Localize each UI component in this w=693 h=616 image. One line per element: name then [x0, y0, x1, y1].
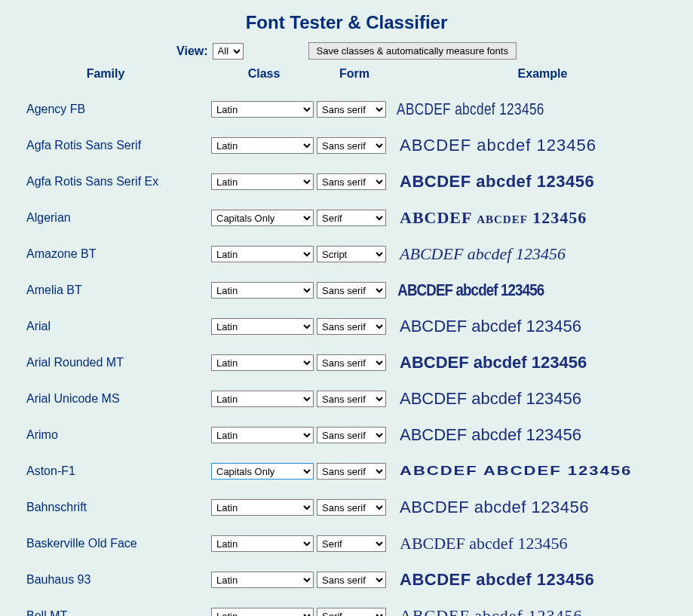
class-select[interactable]: Latin [211, 499, 314, 516]
font-family-name: Algerian [0, 211, 211, 225]
form-select[interactable]: Sans serif [317, 427, 386, 443]
font-sample: ABCDEF abcdef 123456 [386, 389, 693, 409]
form-select[interactable]: Sans serif [317, 173, 386, 190]
page-title: Font Tester & Classifier [0, 12, 693, 33]
class-select[interactable]: Latin [211, 318, 314, 335]
font-sample: ABCDEF abcdef 123456 [386, 172, 693, 192]
font-family-name: Amazone BT [0, 247, 211, 261]
class-select[interactable]: Latin [211, 427, 314, 443]
font-sample: ABCDEF abcdef 123456 [386, 100, 625, 119]
font-family-name: Agency FB [0, 103, 211, 116]
controls-bar: View: All Save classes & automatically m… [0, 42, 693, 60]
font-family-name: Bell MT [0, 609, 211, 616]
table-row: Bauhaus 93LatinSans serifABCDEF abcdef 1… [0, 562, 693, 598]
font-sample: ABCDEF abcdef 123456 [386, 425, 693, 445]
form-select[interactable]: Serif [317, 210, 386, 226]
font-family-name: Agfa Rotis Sans Serif [0, 139, 211, 152]
class-select[interactable]: Latin [211, 391, 314, 407]
font-sample: ABCDEF abcdef 123456 [386, 280, 647, 300]
font-sample: ABCDEF abcdef 123456 [386, 464, 693, 479]
form-select[interactable]: Sans serif [317, 391, 386, 407]
header-example: Example [392, 67, 693, 81]
table-row: Aston-F1Capitals OnlySans serifABCDEF ab… [0, 453, 693, 489]
font-family-name: Bauhaus 93 [0, 573, 211, 587]
form-select[interactable]: Sans serif [317, 572, 386, 588]
header-class: Class [211, 67, 317, 81]
form-select[interactable]: Serif [317, 608, 386, 616]
table-row: AlgerianCapitals OnlySerifABCDEF abcdef … [0, 200, 693, 236]
table-row: Agency FBLatinSans serifABCDEF abcdef 12… [0, 91, 693, 127]
font-sample: ABCDEF abcdef 123456 [386, 606, 693, 616]
table-row: Amazone BTLatinScriptABCDEF abcdef 12345… [0, 236, 693, 272]
table-header: Family Class Form Example [0, 67, 693, 81]
header-form: Form [317, 67, 392, 81]
table-row: Agfa Rotis Sans SerifLatinSans serifABCD… [0, 127, 693, 164]
font-family-name: Baskerville Old Face [0, 537, 211, 550]
form-select[interactable]: Sans serif [317, 354, 386, 371]
class-select[interactable]: Latin [211, 173, 314, 190]
form-select[interactable]: Sans serif [317, 463, 386, 480]
form-select[interactable]: Script [317, 246, 386, 262]
class-select[interactable]: Latin [211, 101, 314, 118]
class-select[interactable]: Latin [211, 535, 314, 552]
class-select[interactable]: Capitals Only [211, 463, 314, 480]
font-family-name: Bahnschrift [0, 501, 211, 514]
class-select[interactable]: Capitals Only [211, 210, 314, 226]
form-select[interactable]: Sans serif [317, 282, 386, 299]
font-family-name: Amelia BT [0, 283, 211, 297]
font-sample: ABCDEF abcdef 123456 [386, 317, 693, 336]
font-sample: ABCDEF abcdef 123456 [386, 136, 693, 155]
table-row: ArialLatinSans serifABCDEF abcdef 123456 [0, 308, 693, 345]
class-select[interactable]: Latin [211, 137, 314, 154]
table-row: Baskerville Old FaceLatinSerifABCDEF abc… [0, 526, 693, 562]
table-row: Arial Unicode MSLatinSans serifABCDEF ab… [0, 381, 693, 417]
font-sample: ABCDEF abcdef 123456 [386, 353, 693, 372]
class-select[interactable]: Latin [211, 608, 314, 616]
font-sample: ABCDEF abcdef 123456 [386, 534, 693, 553]
font-sample: ABCDEF abcdef 123456 [386, 498, 693, 517]
form-select[interactable]: Sans serif [317, 318, 386, 335]
font-sample: ABCDEF abcdef 123456 [386, 570, 693, 590]
table-row: Bell MTLatinSerifABCDEF abcdef 123456 [0, 598, 693, 616]
font-family-name: Arial [0, 320, 211, 333]
font-family-name: Arial Unicode MS [0, 392, 211, 406]
form-select[interactable]: Sans serif [317, 137, 386, 154]
font-family-name: Arimo [0, 428, 211, 442]
table-row: Arial Rounded MTLatinSans serifABCDEF ab… [0, 345, 693, 381]
font-rows: Agency FBLatinSans serifABCDEF abcdef 12… [0, 91, 693, 616]
font-family-name: Arial Rounded MT [0, 356, 211, 369]
font-family-name: Aston-F1 [0, 464, 211, 478]
font-sample: ABCDEF abcdef 123456 [386, 244, 693, 264]
class-select[interactable]: Latin [211, 354, 314, 371]
class-select[interactable]: Latin [211, 572, 314, 588]
table-row: Agfa Rotis Sans Serif ExLatinSans serifA… [0, 164, 693, 200]
font-sample: ABCDEF abcdef 123456 [386, 208, 693, 228]
class-select[interactable]: Latin [211, 282, 314, 299]
font-family-name: Agfa Rotis Sans Serif Ex [0, 175, 211, 188]
view-label: View: [176, 44, 208, 58]
view-select[interactable]: All [213, 43, 244, 60]
table-row: BahnschriftLatinSans serifABCDEF abcdef … [0, 489, 693, 526]
form-select[interactable]: Sans serif [317, 499, 386, 516]
header-family: Family [0, 67, 211, 81]
form-select[interactable]: Sans serif [317, 101, 386, 118]
table-row: Amelia BTLatinSans serifABCDEF abcdef 12… [0, 272, 693, 308]
form-select[interactable]: Serif [317, 535, 386, 552]
table-row: ArimoLatinSans serifABCDEF abcdef 123456 [0, 417, 693, 453]
class-select[interactable]: Latin [211, 246, 314, 262]
save-button[interactable]: Save classes & automatically measure fon… [308, 42, 517, 60]
